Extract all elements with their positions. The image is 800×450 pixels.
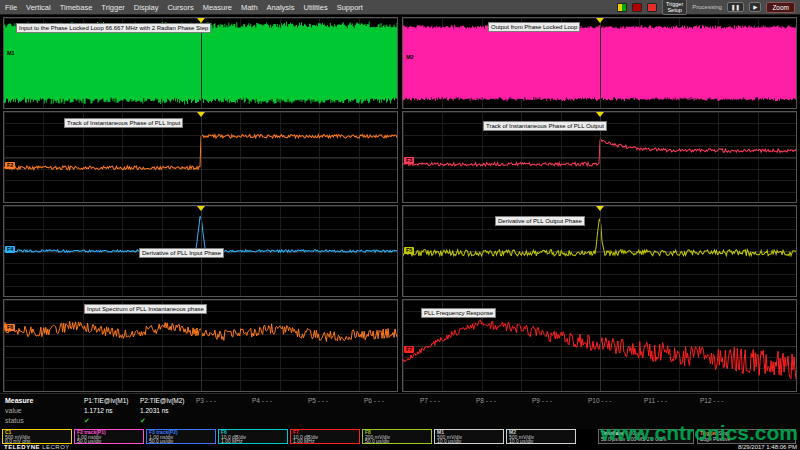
- waveform-trace: [403, 25, 796, 101]
- measure-param-name: P10 - - -: [588, 396, 644, 406]
- measure-param-name: P1:TIE@lv(M1): [84, 396, 140, 406]
- descriptor-c1[interactable]: C1500 mV/div0.0 mV ofst: [2, 429, 72, 444]
- descriptor-f8[interactable]: F8200 mV/div50.0 μs/div: [362, 429, 432, 444]
- brand-lecroy: LECROY: [42, 444, 70, 450]
- play-button[interactable]: ▶: [749, 2, 761, 12]
- measure-col-p6[interactable]: P6 - - -: [364, 396, 420, 426]
- menu-vertical[interactable]: Vertical: [26, 3, 51, 12]
- measure-param-name: P9 - - -: [532, 396, 588, 406]
- channel-tag-f2: F2: [5, 162, 15, 169]
- trigger-position-icon: [596, 112, 604, 117]
- measure-col-p3[interactable]: P3 - - -: [196, 396, 252, 426]
- pause-button[interactable]: ❚❚: [727, 2, 744, 12]
- grid-input-phase-spectrum: F6 Input Spectrum of PLL Instantaneous p…: [3, 299, 398, 392]
- measure-param-status: ✔: [140, 416, 196, 426]
- menu-measure[interactable]: Measure: [203, 3, 232, 12]
- grid-input-phase-track: F2 Track of Instantaneous Phase of PLL I…: [3, 111, 398, 203]
- waveform-output-phase-derivative: [403, 206, 796, 296]
- measure-param-name: P3 - - -: [196, 396, 252, 406]
- waveform-trace: [403, 320, 796, 379]
- descriptor-f2[interactable]: F2 track(P1)1.00 ns/div50.0 μs/div: [74, 429, 144, 444]
- measure-param-name: P11 - - -: [644, 396, 700, 406]
- waveform-trace: [4, 321, 397, 341]
- waveform-trace: [403, 140, 796, 166]
- descriptor-f7[interactable]: F710.0 dB/div1.00 MHz: [290, 429, 360, 444]
- channel-tag-f7: F7: [404, 346, 414, 353]
- menu-support[interactable]: Support: [337, 3, 363, 12]
- menu-math[interactable]: Math: [241, 3, 258, 12]
- channel-tag-m1: M1: [5, 50, 17, 57]
- measure-param-value: 1.2031 ns: [140, 406, 196, 416]
- annotation-output-phase-track[interactable]: Track of Instantaneous Phase of PLL Outp…: [483, 121, 607, 131]
- measure-col-p2[interactable]: P2:TIE@lv(M2)1.2031 ns✔: [140, 396, 196, 426]
- trigger-position-icon: [596, 18, 604, 23]
- trigger-setup-button[interactable]: Trigger Setup: [662, 0, 687, 15]
- trigger-position-icon: [197, 206, 205, 211]
- measure-col-p8[interactable]: P8 - - -: [476, 396, 532, 426]
- processing-label: Processing: [692, 4, 722, 10]
- waveform-trace: [4, 22, 397, 105]
- annotation-input-phase-derivative[interactable]: Derivative of PLL Input Phase: [139, 248, 224, 258]
- annotation-input-phase-track[interactable]: Track of Instantaneous Phase of PLL Inpu…: [64, 118, 183, 128]
- measure-label: Measure: [5, 396, 33, 406]
- channel-tag-f4: F4: [5, 246, 15, 253]
- grid-frequency-response: F7 PLL Frequency Response: [402, 299, 797, 392]
- oscilloscope-screen: FileVerticalTimebaseTriggerDisplayCursor…: [0, 0, 800, 450]
- channel-tag-f5: F5: [404, 247, 414, 254]
- measure-row-labels: Measure value status: [5, 396, 33, 426]
- descriptor-line2: 50.0 μs/div: [77, 439, 141, 444]
- descriptor-line2: 50.0 μs/div: [365, 439, 429, 444]
- annotation-pll-input[interactable]: Input to the Phase Locked Loop 66.667 MH…: [16, 23, 211, 33]
- channel-tag-m2: M2: [404, 54, 416, 61]
- waveform-pll-output: [403, 18, 796, 108]
- measure-col-p7[interactable]: P7 - - -: [420, 396, 476, 426]
- measure-col-p1[interactable]: P1:TIE@lv(M1)1.1712 ns✔: [84, 396, 140, 426]
- trigger-position-icon: [197, 112, 205, 117]
- measure-col-p9[interactable]: P9 - - -: [532, 396, 588, 426]
- alarm-icon[interactable]: [632, 3, 642, 12]
- annotation-frequency-response[interactable]: PLL Frequency Response: [421, 308, 496, 318]
- grid-output-phase-track: F3 Track of Instantaneous Phase of PLL O…: [402, 111, 797, 203]
- descriptor-f3[interactable]: F3 track(P2)1.00 ns/div50.0 μs/div: [146, 429, 216, 444]
- trigger-position-icon: [596, 206, 604, 211]
- measure-param-name: P6 - - -: [364, 396, 420, 406]
- menu-items: FileVerticalTimebaseTriggerDisplayCursor…: [5, 3, 363, 12]
- menu-trigger[interactable]: Trigger: [101, 3, 124, 12]
- measure-param-value: 1.1712 ns: [84, 406, 140, 416]
- menu-timebase[interactable]: Timebase: [60, 3, 93, 12]
- waveform-trace: [403, 219, 796, 256]
- descriptor-line2: 1.00 MHz: [221, 439, 285, 444]
- waveform-input-phase-track: [4, 112, 397, 202]
- measure-col-p5[interactable]: P5 - - -: [308, 396, 364, 426]
- menu-right-cluster: Trigger Setup Processing ❚❚ ▶ Zoom: [617, 0, 795, 15]
- descriptor-line2: 0.0 mV ofst: [5, 439, 69, 444]
- waveform-trace: [4, 217, 397, 253]
- grid-pll-output-signal: M2 Output from Phase Locked Loop: [402, 17, 797, 109]
- descriptor-row: C1500 mV/div0.0 mV ofstF2 track(P1)1.00 …: [2, 429, 576, 444]
- descriptor-line2: 10.0 μs/div: [437, 439, 501, 444]
- brand-logo: TELEDYNE LECROY: [4, 444, 70, 450]
- channel-tag-f3: F3: [404, 157, 414, 164]
- descriptor-m2[interactable]: M2500 mV/div10.0 μs/div: [506, 429, 576, 444]
- menu-cursors[interactable]: Cursors: [167, 3, 193, 12]
- descriptor-m1[interactable]: M1500 mV/div10.0 μs/div: [434, 429, 504, 444]
- grid-input-phase-derivative: F4 Derivative of PLL Input Phase: [3, 205, 398, 297]
- measure-col-p4[interactable]: P4 - - -: [252, 396, 308, 426]
- menu-utilities[interactable]: Utilities: [304, 3, 328, 12]
- annotation-pll-output[interactable]: Output from Phase Locked Loop: [488, 22, 580, 32]
- annotation-input-phase-spectrum[interactable]: Input Spectrum of PLL Instantaneous phas…: [84, 304, 207, 314]
- annotation-output-phase-derivative[interactable]: Derivative of PLL Output Phase: [495, 216, 585, 226]
- measure-param-name: P5 - - -: [308, 396, 364, 406]
- acquisition-status-icon[interactable]: [617, 3, 627, 12]
- channel-tag-f6: F6: [5, 324, 15, 331]
- value-label: value: [5, 406, 33, 416]
- menu-display[interactable]: Display: [134, 3, 159, 12]
- alert-icon[interactable]: [647, 3, 657, 12]
- measure-param-name: P4 - - -: [252, 396, 308, 406]
- menu-analysis[interactable]: Analysis: [267, 3, 295, 12]
- descriptor-f6[interactable]: F610.0 dB/div1.00 MHz: [218, 429, 288, 444]
- grid-pll-input-signal: M1 Input to the Phase Locked Loop 66.667…: [3, 17, 398, 109]
- menu-file[interactable]: File: [5, 3, 17, 12]
- zoom-button[interactable]: Zoom: [766, 2, 795, 13]
- waveform-trace: [4, 135, 397, 170]
